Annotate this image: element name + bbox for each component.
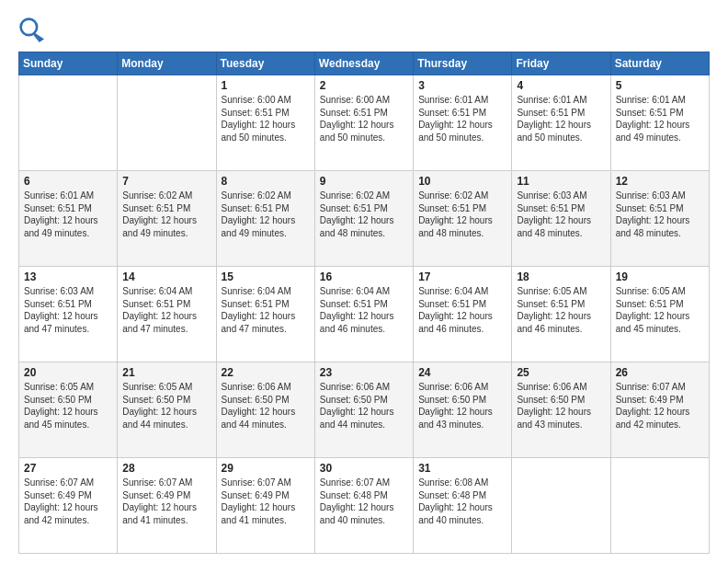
day-number: 5	[616, 79, 704, 92]
day-info: Sunrise: 6:03 AM Sunset: 6:51 PM Dayligh…	[517, 190, 605, 239]
calendar-cell: 25Sunrise: 6:06 AM Sunset: 6:50 PM Dayli…	[512, 362, 610, 458]
day-info: Sunrise: 6:00 AM Sunset: 6:51 PM Dayligh…	[320, 94, 408, 144]
calendar-cell	[19, 75, 118, 171]
day-info: Sunrise: 6:02 AM Sunset: 6:51 PM Dayligh…	[320, 190, 408, 239]
calendar-cell: 23Sunrise: 6:06 AM Sunset: 6:50 PM Dayli…	[314, 362, 413, 458]
day-number: 24	[418, 366, 506, 379]
calendar-cell: 13Sunrise: 6:03 AM Sunset: 6:51 PM Dayli…	[19, 267, 118, 362]
day-number: 2	[320, 79, 408, 92]
day-info: Sunrise: 6:05 AM Sunset: 6:50 PM Dayligh…	[24, 381, 112, 431]
calendar-cell: 1Sunrise: 6:00 AM Sunset: 6:51 PM Daylig…	[216, 75, 314, 171]
day-info: Sunrise: 6:01 AM Sunset: 6:51 PM Dayligh…	[24, 190, 112, 239]
day-info: Sunrise: 6:05 AM Sunset: 6:51 PM Dayligh…	[616, 285, 704, 335]
week-row-2: 6Sunrise: 6:01 AM Sunset: 6:51 PM Daylig…	[19, 171, 710, 267]
day-number: 3	[418, 79, 506, 92]
header	[18, 17, 710, 42]
day-number: 17	[418, 270, 506, 283]
day-number: 31	[418, 462, 506, 475]
day-info: Sunrise: 6:05 AM Sunset: 6:50 PM Dayligh…	[122, 381, 210, 431]
day-info: Sunrise: 6:08 AM Sunset: 6:48 PM Dayligh…	[418, 477, 506, 526]
day-info: Sunrise: 6:07 AM Sunset: 6:49 PM Dayligh…	[24, 477, 112, 526]
day-number: 19	[616, 270, 704, 283]
calendar-cell: 12Sunrise: 6:03 AM Sunset: 6:51 PM Dayli…	[610, 171, 709, 267]
calendar-cell: 29Sunrise: 6:07 AM Sunset: 6:49 PM Dayli…	[216, 458, 314, 554]
day-number: 23	[320, 366, 408, 379]
calendar-cell: 22Sunrise: 6:06 AM Sunset: 6:50 PM Dayli…	[216, 362, 314, 458]
calendar-cell: 10Sunrise: 6:02 AM Sunset: 6:51 PM Dayli…	[414, 171, 512, 267]
day-info: Sunrise: 6:04 AM Sunset: 6:51 PM Dayligh…	[418, 285, 506, 335]
calendar-cell	[118, 75, 216, 171]
weekday-header-row: SundayMondayTuesdayWednesdayThursdayFrid…	[19, 52, 710, 75]
calendar-cell: 31Sunrise: 6:08 AM Sunset: 6:48 PM Dayli…	[414, 458, 512, 554]
calendar-cell	[512, 458, 610, 554]
calendar-cell: 14Sunrise: 6:04 AM Sunset: 6:51 PM Dayli…	[118, 267, 216, 362]
week-row-5: 27Sunrise: 6:07 AM Sunset: 6:49 PM Dayli…	[19, 458, 710, 554]
day-number: 29	[222, 462, 310, 475]
calendar-cell: 11Sunrise: 6:03 AM Sunset: 6:51 PM Dayli…	[512, 171, 610, 267]
day-number: 14	[122, 270, 210, 283]
day-info: Sunrise: 6:04 AM Sunset: 6:51 PM Dayligh…	[320, 285, 408, 335]
calendar-cell: 20Sunrise: 6:05 AM Sunset: 6:50 PM Dayli…	[19, 362, 118, 458]
day-number: 16	[320, 270, 408, 283]
day-number: 9	[320, 175, 408, 188]
calendar-cell: 21Sunrise: 6:05 AM Sunset: 6:50 PM Dayli…	[118, 362, 216, 458]
calendar-table: SundayMondayTuesdayWednesdayThursdayFrid…	[18, 52, 710, 554]
page: SundayMondayTuesdayWednesdayThursdayFrid…	[0, 0, 728, 563]
week-row-4: 20Sunrise: 6:05 AM Sunset: 6:50 PM Dayli…	[19, 362, 710, 458]
weekday-header-tuesday: Tuesday	[216, 52, 314, 75]
day-info: Sunrise: 6:01 AM Sunset: 6:51 PM Dayligh…	[418, 94, 506, 144]
day-number: 27	[24, 462, 112, 475]
calendar-cell: 4Sunrise: 6:01 AM Sunset: 6:51 PM Daylig…	[512, 75, 610, 171]
day-number: 11	[517, 175, 605, 188]
day-info: Sunrise: 6:03 AM Sunset: 6:51 PM Dayligh…	[24, 285, 112, 335]
day-info: Sunrise: 6:01 AM Sunset: 6:51 PM Dayligh…	[616, 94, 704, 144]
day-info: Sunrise: 6:07 AM Sunset: 6:49 PM Dayligh…	[222, 477, 310, 526]
calendar-cell: 17Sunrise: 6:04 AM Sunset: 6:51 PM Dayli…	[414, 267, 512, 362]
svg-marker-1	[33, 33, 44, 43]
day-number: 25	[517, 366, 605, 379]
day-info: Sunrise: 6:06 AM Sunset: 6:50 PM Dayligh…	[222, 381, 310, 431]
calendar-cell	[610, 458, 709, 554]
calendar-cell: 27Sunrise: 6:07 AM Sunset: 6:49 PM Dayli…	[19, 458, 118, 554]
day-info: Sunrise: 6:02 AM Sunset: 6:51 PM Dayligh…	[418, 190, 506, 239]
day-info: Sunrise: 6:06 AM Sunset: 6:50 PM Dayligh…	[517, 381, 605, 431]
day-info: Sunrise: 6:05 AM Sunset: 6:51 PM Dayligh…	[517, 285, 605, 335]
day-number: 6	[24, 175, 112, 188]
day-info: Sunrise: 6:01 AM Sunset: 6:51 PM Dayligh…	[517, 94, 605, 144]
calendar-cell: 6Sunrise: 6:01 AM Sunset: 6:51 PM Daylig…	[19, 171, 118, 267]
day-info: Sunrise: 6:07 AM Sunset: 6:48 PM Dayligh…	[320, 477, 408, 526]
day-info: Sunrise: 6:00 AM Sunset: 6:51 PM Dayligh…	[222, 94, 310, 144]
logo	[18, 17, 48, 42]
day-number: 12	[616, 175, 704, 188]
day-info: Sunrise: 6:06 AM Sunset: 6:50 PM Dayligh…	[418, 381, 506, 431]
week-row-1: 1Sunrise: 6:00 AM Sunset: 6:51 PM Daylig…	[19, 75, 710, 171]
weekday-header-thursday: Thursday	[414, 52, 512, 75]
day-info: Sunrise: 6:04 AM Sunset: 6:51 PM Dayligh…	[122, 285, 210, 335]
day-number: 28	[122, 462, 210, 475]
day-number: 22	[222, 366, 310, 379]
calendar-cell: 26Sunrise: 6:07 AM Sunset: 6:49 PM Dayli…	[610, 362, 709, 458]
calendar-cell: 8Sunrise: 6:02 AM Sunset: 6:51 PM Daylig…	[216, 171, 314, 267]
day-number: 8	[222, 175, 310, 188]
calendar-cell: 15Sunrise: 6:04 AM Sunset: 6:51 PM Dayli…	[216, 267, 314, 362]
day-number: 21	[122, 366, 210, 379]
day-info: Sunrise: 6:02 AM Sunset: 6:51 PM Dayligh…	[122, 190, 210, 239]
calendar-cell: 24Sunrise: 6:06 AM Sunset: 6:50 PM Dayli…	[414, 362, 512, 458]
day-number: 20	[24, 366, 112, 379]
day-info: Sunrise: 6:02 AM Sunset: 6:51 PM Dayligh…	[222, 190, 310, 239]
calendar-cell: 5Sunrise: 6:01 AM Sunset: 6:51 PM Daylig…	[610, 75, 709, 171]
calendar-cell: 28Sunrise: 6:07 AM Sunset: 6:49 PM Dayli…	[118, 458, 216, 554]
day-number: 15	[222, 270, 310, 283]
day-number: 18	[517, 270, 605, 283]
logo-icon	[18, 17, 44, 42]
day-info: Sunrise: 6:04 AM Sunset: 6:51 PM Dayligh…	[222, 285, 310, 335]
day-number: 1	[222, 79, 310, 92]
weekday-header-monday: Monday	[118, 52, 216, 75]
day-info: Sunrise: 6:06 AM Sunset: 6:50 PM Dayligh…	[320, 381, 408, 431]
day-number: 10	[418, 175, 506, 188]
day-number: 30	[320, 462, 408, 475]
day-info: Sunrise: 6:03 AM Sunset: 6:51 PM Dayligh…	[616, 190, 704, 239]
calendar-cell: 2Sunrise: 6:00 AM Sunset: 6:51 PM Daylig…	[314, 75, 413, 171]
weekday-header-sunday: Sunday	[19, 52, 118, 75]
day-number: 4	[517, 79, 605, 92]
